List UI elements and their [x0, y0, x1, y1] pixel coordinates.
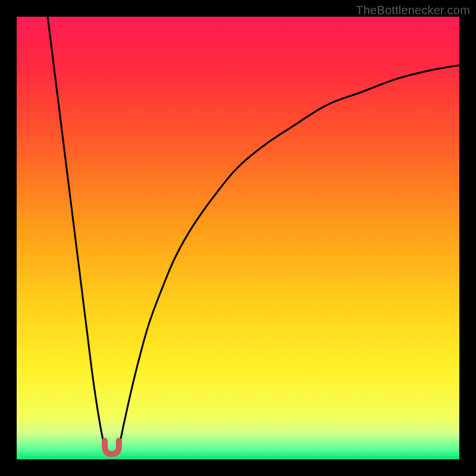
watermark-text: TheBottlenecker.com: [356, 4, 470, 17]
gradient-background: [17, 17, 459, 459]
plot-area: [17, 17, 459, 459]
bottleneck-curve-chart: [17, 17, 459, 459]
chart-frame: TheBottlenecker.com: [0, 0, 476, 476]
